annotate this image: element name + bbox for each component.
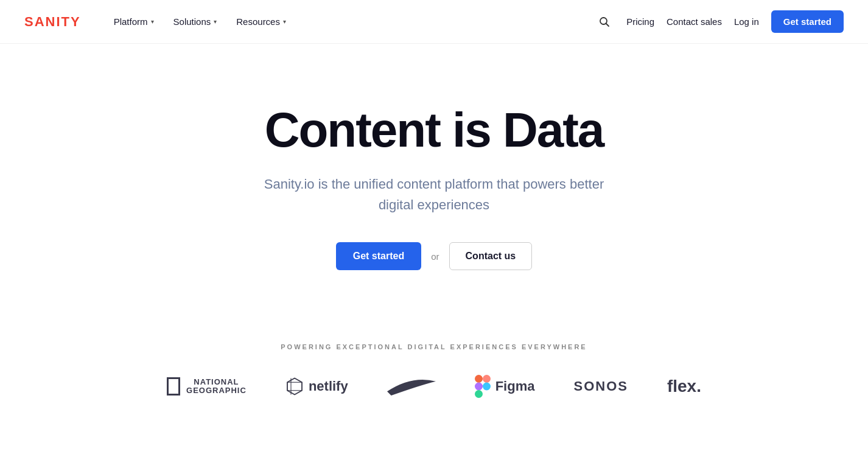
nike-logo (387, 377, 436, 396)
nav-contact-sales-link[interactable]: Contact sales (667, 16, 722, 27)
hero-get-started-button[interactable]: Get started (336, 242, 421, 270)
nav-right: Pricing Contact sales Log in Get started (595, 10, 844, 33)
hero-actions: Get started or Contact us (336, 242, 532, 270)
navbar: SANITY Platform ▾ Solutions ▾ Resources … (0, 0, 868, 44)
nav-login-link[interactable]: Log in (734, 16, 759, 27)
netlify-wordmark: netlify (309, 378, 348, 394)
natgeo-logo: NATIONAL GEOGRAPHIC (167, 377, 247, 396)
nav-item-solutions[interactable]: Solutions ▾ (165, 12, 226, 32)
chevron-down-icon: ▾ (214, 18, 217, 25)
svg-rect-9 (475, 390, 483, 398)
chevron-down-icon: ▾ (283, 18, 286, 25)
flex-wordmark: flex. (667, 377, 701, 396)
figma-wordmark: Figma (495, 378, 535, 394)
figma-logo: Figma (475, 375, 535, 398)
natgeo-text-line1: NATIONAL (186, 378, 247, 386)
svg-rect-6 (475, 375, 483, 383)
netlify-icon (285, 377, 304, 396)
flex-logo: flex. (667, 377, 701, 396)
svg-marker-2 (287, 378, 302, 395)
sonos-wordmark: SONOS (573, 378, 628, 394)
sonos-logo: SONOS (573, 378, 628, 394)
nav-left: Platform ▾ Solutions ▾ Resources ▾ (105, 12, 595, 32)
figma-icon (475, 375, 491, 398)
svg-rect-8 (475, 383, 483, 391)
nav-get-started-button[interactable]: Get started (771, 10, 844, 33)
logos-row: NATIONAL GEOGRAPHIC netlify (24, 375, 844, 398)
hero-section: Content is Data Sanity.io is the unified… (0, 44, 868, 319)
natgeo-text-line2: GEOGRAPHIC (186, 386, 247, 395)
logos-section: POWERING EXCEPTIONAL DIGITAL EXPERIENCES… (0, 319, 868, 434)
search-icon[interactable] (595, 12, 614, 32)
site-logo[interactable]: SANITY (24, 14, 81, 30)
nav-platform-label: Platform (114, 16, 148, 27)
svg-point-10 (483, 383, 491, 391)
hero-contact-us-button[interactable]: Contact us (449, 242, 533, 270)
nav-pricing-link[interactable]: Pricing (626, 16, 654, 27)
logos-label: POWERING EXCEPTIONAL DIGITAL EXPERIENCES… (24, 343, 844, 350)
hero-or-text: or (431, 251, 439, 262)
nav-resources-label: Resources (236, 16, 280, 27)
nav-item-resources[interactable]: Resources ▾ (228, 12, 295, 32)
svg-rect-7 (483, 375, 491, 383)
svg-line-1 (606, 23, 609, 26)
natgeo-icon (167, 377, 180, 396)
netlify-logo: netlify (285, 377, 348, 396)
nav-item-platform[interactable]: Platform ▾ (105, 12, 163, 32)
hero-title: Content is Data (265, 105, 604, 156)
nav-solutions-label: Solutions (173, 16, 211, 27)
chevron-down-icon: ▾ (151, 18, 154, 25)
hero-subtitle: Sanity.io is the unified content platfor… (264, 174, 604, 215)
nike-swoosh-icon (387, 377, 436, 396)
